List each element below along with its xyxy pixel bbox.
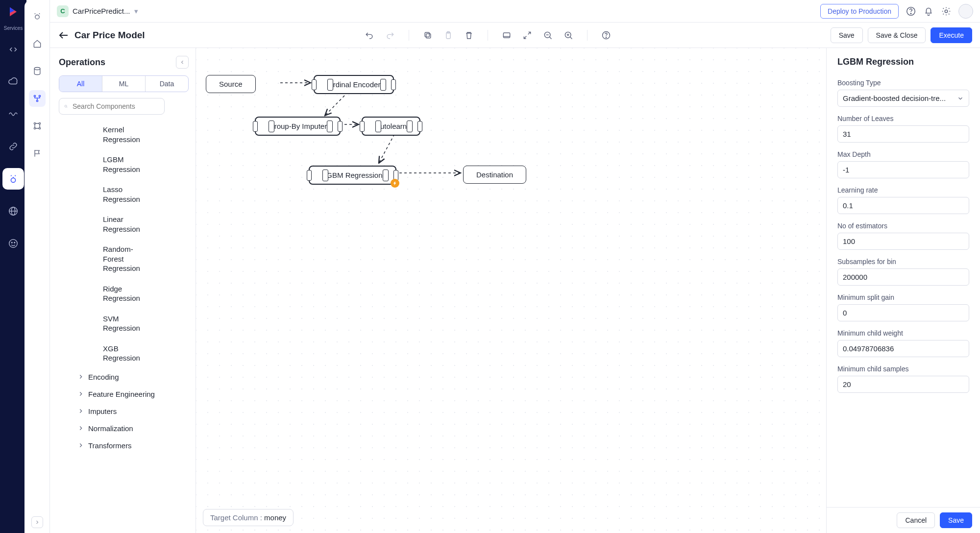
tree-group[interactable]: Transformers <box>59 437 187 454</box>
rail-item-ml[interactable] <box>2 168 24 190</box>
svg-line-26 <box>524 36 526 38</box>
op-item[interactable]: Lasso Regression <box>59 179 147 209</box>
max-depth-input[interactable] <box>837 161 969 178</box>
op-item[interactable]: SVM Regression <box>59 309 147 339</box>
trash-icon[interactable] <box>464 30 474 40</box>
op-item[interactable]: Random-Forest Regression <box>59 239 147 279</box>
properties-cancel-button[interactable]: Cancel <box>897 512 935 528</box>
expand-icon[interactable] <box>522 30 532 40</box>
save-close-button[interactable]: Save & Close <box>868 27 926 43</box>
help-circle-icon[interactable] <box>601 30 611 40</box>
tree-group[interactable]: Normalization <box>59 420 187 437</box>
field-label: Subsamples for bin <box>837 258 969 266</box>
svg-point-35 <box>606 37 606 37</box>
op-item[interactable]: Ridge Regression <box>59 279 147 309</box>
svg-point-4 <box>11 242 12 243</box>
svg-point-10 <box>36 100 38 101</box>
rail-item-code[interactable] <box>2 39 24 60</box>
rail-item-link[interactable] <box>2 136 24 157</box>
svg-line-37 <box>67 107 67 107</box>
deploy-button[interactable]: Deploy to Production <box>820 4 899 19</box>
rail-item-smile[interactable] <box>2 233 24 254</box>
tree-group[interactable]: Encoding <box>59 368 187 386</box>
chevron-down-icon <box>957 95 964 102</box>
op-item[interactable]: LGBM Regression <box>59 149 147 179</box>
zoom-in-icon[interactable] <box>564 30 573 40</box>
tree-group[interactable]: Imputers <box>59 403 187 420</box>
op-item[interactable]: Kernel Regression <box>59 120 147 149</box>
properties-save-button[interactable]: Save <box>940 512 972 528</box>
tab-ml[interactable]: ML <box>102 76 145 92</box>
collapse-ops-button[interactable] <box>176 56 189 69</box>
clipboard-icon[interactable] <box>443 30 453 40</box>
save-button[interactable]: Save <box>831 27 863 43</box>
zoom-out-icon[interactable] <box>543 30 553 40</box>
ops-segmented-tabs: All ML Data <box>59 75 189 92</box>
node-autolearn[interactable]: Autolearn <box>362 117 420 136</box>
copy-icon[interactable] <box>423 30 433 40</box>
strip-item-flag[interactable] <box>29 145 46 162</box>
svg-point-5 <box>14 242 15 243</box>
rail-item-globe[interactable] <box>2 200 24 222</box>
search-icon <box>64 102 68 110</box>
lightning-badge-icon <box>391 179 399 188</box>
svg-point-6 <box>35 15 39 19</box>
n-estimators-input[interactable] <box>837 233 969 250</box>
ops-scroll[interactable]: Kernel Regression LGBM Regression Lasso … <box>59 120 189 528</box>
help-icon[interactable] <box>906 6 916 17</box>
min-child-samples-input[interactable] <box>837 376 969 393</box>
node-ordinal-encoder[interactable]: Ordinal Encoder <box>314 75 394 94</box>
chevron-right-icon <box>77 442 84 449</box>
project-badge: C <box>57 5 69 17</box>
app-logo[interactable] <box>6 5 20 19</box>
execute-button[interactable]: Execute <box>931 27 972 43</box>
rail-item-cloud[interactable] <box>2 71 24 93</box>
learning-rate-input[interactable] <box>837 197 969 214</box>
svg-point-36 <box>65 105 67 107</box>
op-item[interactable]: Linear Regression <box>59 209 147 239</box>
settings-icon[interactable] <box>941 6 952 17</box>
project-chip[interactable]: C CarPricePredict... ▾ <box>57 5 138 17</box>
expand-strip-button[interactable] <box>31 516 43 528</box>
strip-item-sparkle[interactable] <box>29 8 46 24</box>
tab-all[interactable]: All <box>59 76 102 92</box>
node-groupby-imputer[interactable]: Group-By Imputer <box>255 117 341 136</box>
node-source[interactable]: Source <box>206 75 256 93</box>
bell-icon[interactable] <box>923 6 934 17</box>
min-child-weight-input[interactable] <box>837 340 969 357</box>
topbar: C CarPricePredict... ▾ Deploy to Product… <box>50 0 980 23</box>
chevron-right-icon <box>77 373 84 380</box>
subsamples-bin-input[interactable] <box>837 268 969 286</box>
strip-item-home[interactable] <box>29 35 46 52</box>
svg-point-13 <box>34 127 35 129</box>
fit-icon[interactable] <box>502 30 512 40</box>
svg-point-8 <box>34 95 35 97</box>
strip-item-nodes[interactable] <box>29 118 46 134</box>
min-split-gain-input[interactable] <box>837 304 969 321</box>
avatar[interactable] <box>958 4 973 19</box>
tree-group[interactable]: Feature Engineering <box>59 386 187 403</box>
search-input[interactable] <box>72 102 159 111</box>
page-title: Car Price Model <box>74 30 145 41</box>
rail-item-wave[interactable] <box>2 103 24 125</box>
svg-line-31 <box>570 37 572 39</box>
back-icon[interactable] <box>58 29 70 41</box>
strip-item-database[interactable] <box>29 63 46 79</box>
svg-point-9 <box>39 95 40 97</box>
caret-down-icon: ▾ <box>134 7 138 16</box>
node-lgbm-regression[interactable]: LGBM Regression <box>309 166 396 185</box>
svg-point-12 <box>39 122 40 124</box>
redo-icon[interactable] <box>385 30 395 40</box>
strip-item-flow[interactable] <box>29 90 46 107</box>
num-leaves-input[interactable] <box>837 125 969 143</box>
op-item[interactable]: XGB Regression <box>59 339 147 368</box>
content-row: Operations All ML Data Kernel Regression… <box>50 48 980 533</box>
flow-canvas[interactable]: Source Ordinal Encoder Group-By Imputer … <box>196 48 826 533</box>
boosting-type-select[interactable]: Gradient-boosted decision-tre... <box>837 90 969 107</box>
tab-data[interactable]: Data <box>145 76 188 92</box>
undo-icon[interactable] <box>365 30 374 40</box>
search-components[interactable] <box>59 98 165 115</box>
node-destination[interactable]: Destination <box>463 166 526 184</box>
svg-point-16 <box>910 13 911 13</box>
svg-line-28 <box>549 37 551 39</box>
